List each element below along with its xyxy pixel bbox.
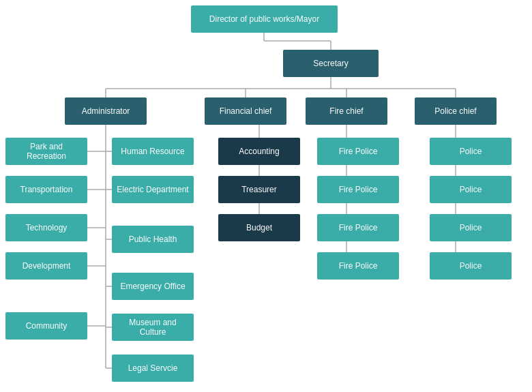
node-fire2: Fire Police: [317, 176, 399, 203]
org-chart: Director of public works/MayorSecretaryA…: [0, 0, 532, 392]
node-development: Development: [5, 252, 87, 280]
node-budget: Budget: [218, 214, 300, 241]
node-financial_chief: Financial chief: [205, 97, 286, 125]
node-technology: Technology: [5, 214, 87, 241]
node-legal: Legal Servcie: [112, 355, 194, 382]
node-police3: Police: [430, 214, 512, 241]
node-public_health: Public Health: [112, 226, 194, 253]
node-emergency: Emergency Office: [112, 273, 194, 300]
node-administrator: Administrator: [65, 97, 147, 125]
node-director: Director of public works/Mayor: [191, 5, 338, 33]
node-police4: Police: [430, 252, 512, 280]
node-fire4: Fire Police: [317, 252, 399, 280]
node-police2: Police: [430, 176, 512, 203]
node-community: Community: [5, 312, 87, 340]
node-fire3: Fire Police: [317, 214, 399, 241]
node-fire1: Fire Police: [317, 138, 399, 165]
node-human_resource: Human Resource: [112, 138, 194, 165]
node-accounting: Accounting: [218, 138, 300, 165]
node-treasurer: Treasurer: [218, 176, 300, 203]
node-police1: Police: [430, 138, 512, 165]
node-fire_chief: Fire chief: [306, 97, 387, 125]
node-park: Park and Recreation: [5, 138, 87, 165]
node-museum: Museum and Culture: [112, 314, 194, 341]
node-secretary: Secretary: [283, 50, 379, 77]
node-transport: Transportation: [5, 176, 87, 203]
node-police_chief: Police chief: [415, 97, 497, 125]
node-electric: Electric Department: [112, 176, 194, 203]
